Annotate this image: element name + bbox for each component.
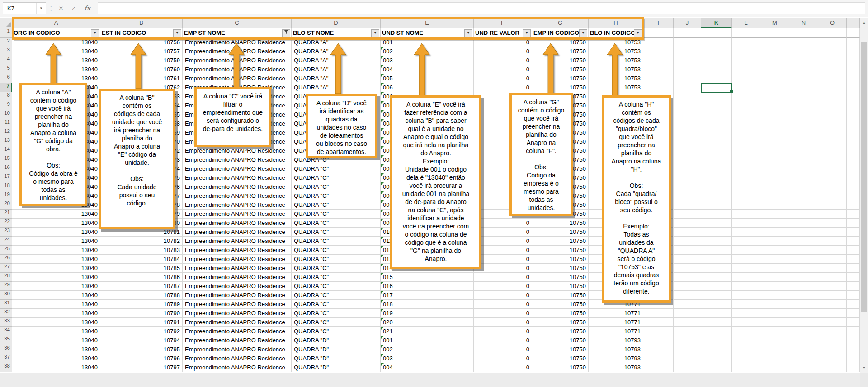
cell-K8[interactable] <box>701 92 732 101</box>
cell-K26[interactable] <box>701 255 732 264</box>
cell-J35[interactable] <box>674 336 701 345</box>
row-header-11[interactable]: 11 <box>0 119 12 128</box>
cell-D20[interactable]: QUADRA "C" <box>292 200 381 210</box>
row-header-18[interactable]: 18 <box>0 182 12 191</box>
cell-L19[interactable] <box>732 191 760 200</box>
cell-M38[interactable] <box>760 363 789 372</box>
cell-D21[interactable]: QUADRA "C" <box>292 210 381 219</box>
cell-G33[interactable]: 10750 <box>532 318 589 327</box>
cell-O3[interactable] <box>818 47 847 56</box>
cell-N27[interactable] <box>789 264 818 273</box>
cell-L5[interactable] <box>732 65 760 74</box>
cell-N2[interactable] <box>789 38 818 47</box>
row-header-28[interactable]: 28 <box>0 273 12 282</box>
cell-F28[interactable]: 0 <box>474 273 532 282</box>
cell-D27[interactable]: QUADRA "C" <box>292 264 381 273</box>
cell-B31[interactable]: 10789 <box>100 300 183 309</box>
cell-N36[interactable] <box>789 345 818 354</box>
cell-F37[interactable]: 0 <box>474 354 532 363</box>
row-header-3[interactable]: 3 <box>0 47 12 56</box>
cell-D23[interactable]: QUADRA "C" <box>292 228 381 237</box>
annotation-box-column-c[interactable]: A coluna "C" você irá filtrar o empreend… <box>194 87 271 147</box>
cell-D33[interactable]: QUADRA "C" <box>292 318 381 327</box>
cell-A32[interactable]: 13040 <box>12 309 100 318</box>
cell-C22[interactable]: Empreendimento ANAPRO Residence <box>183 219 292 228</box>
cell-overflow[interactable] <box>847 264 860 273</box>
cell-overflow[interactable] <box>847 182 860 191</box>
cell-N33[interactable] <box>789 318 818 327</box>
cell-K29[interactable] <box>701 282 732 291</box>
cell-J18[interactable] <box>674 182 701 191</box>
annotation-arrow-column-a-icon[interactable] <box>44 43 62 83</box>
cell-L31[interactable] <box>732 300 760 309</box>
cell-L38[interactable] <box>732 363 760 372</box>
cell-overflow[interactable] <box>847 200 860 210</box>
cell-N4[interactable] <box>789 56 818 65</box>
cell-F31[interactable]: 0 <box>474 300 532 309</box>
cell-J25[interactable] <box>674 246 701 255</box>
cell-I34[interactable] <box>643 327 674 336</box>
cell-F22[interactable]: 0 <box>474 219 532 228</box>
cell-B37[interactable]: 10796 <box>100 354 183 363</box>
annotation-arrow-column-g-icon[interactable] <box>542 43 560 93</box>
cell-E33[interactable]: 020 <box>381 318 474 327</box>
cell-L7[interactable] <box>732 83 760 92</box>
cell-L37[interactable] <box>732 354 760 363</box>
header-cell-empty[interactable] <box>789 28 818 38</box>
annotation-arrow-column-d-icon[interactable] <box>329 43 347 94</box>
cell-M7[interactable] <box>760 83 789 92</box>
cell-C33[interactable]: Empreendimento ANAPRO Residence <box>183 318 292 327</box>
cell-O27[interactable] <box>818 264 847 273</box>
cell-C36[interactable]: Empreendimento ANAPRO Residence <box>183 345 292 354</box>
cell-O28[interactable] <box>818 273 847 282</box>
cell-F38[interactable]: 0 <box>474 363 532 372</box>
cell-L36[interactable] <box>732 345 760 354</box>
cell-overflow[interactable] <box>847 119 860 128</box>
cell-O26[interactable] <box>818 255 847 264</box>
cell-A27[interactable]: 13040 <box>12 264 100 273</box>
cell-I7[interactable] <box>643 83 674 92</box>
cell-A22[interactable]: 13040 <box>12 219 100 228</box>
cell-O6[interactable] <box>818 74 847 83</box>
cell-N16[interactable] <box>789 164 818 173</box>
cell-C37[interactable]: Empreendimento ANAPRO Residence <box>183 354 292 363</box>
cell-K37[interactable] <box>701 354 732 363</box>
cell-L32[interactable] <box>732 309 760 318</box>
cell-G34[interactable]: 10750 <box>532 327 589 336</box>
cell-O25[interactable] <box>818 246 847 255</box>
cell-G5[interactable]: 10750 <box>532 65 589 74</box>
cell-overflow[interactable] <box>847 65 860 74</box>
column-header-L[interactable]: L <box>732 18 760 28</box>
cell-M33[interactable] <box>760 318 789 327</box>
column-header-overflow[interactable] <box>847 18 860 28</box>
cell-overflow[interactable] <box>847 38 860 47</box>
cell-O33[interactable] <box>818 318 847 327</box>
cell-C23[interactable]: Empreendimento ANAPRO Residence <box>183 228 292 237</box>
cell-L18[interactable] <box>732 182 760 191</box>
cell-N11[interactable] <box>789 119 818 128</box>
cell-A36[interactable]: 13040 <box>12 345 100 354</box>
cell-J32[interactable] <box>674 309 701 318</box>
cell-O11[interactable] <box>818 119 847 128</box>
cell-overflow[interactable] <box>847 309 860 318</box>
cell-B25[interactable]: 10783 <box>100 246 183 255</box>
cell-C14[interactable]: Empreendimento ANAPRO Residence <box>183 146 292 155</box>
cell-M3[interactable] <box>760 47 789 56</box>
cell-J31[interactable] <box>674 300 701 309</box>
cell-overflow[interactable] <box>847 110 860 119</box>
cell-J37[interactable] <box>674 354 701 363</box>
cell-L9[interactable] <box>732 101 760 110</box>
annotation-box-column-b[interactable]: A coluna "B" contém os códigos de cada u… <box>99 89 175 229</box>
cell-N9[interactable] <box>789 101 818 110</box>
cell-O4[interactable] <box>818 56 847 65</box>
cell-M37[interactable] <box>760 354 789 363</box>
cell-J21[interactable] <box>674 210 701 219</box>
cell-overflow[interactable] <box>847 155 860 164</box>
cell-N24[interactable] <box>789 237 818 246</box>
cell-E29[interactable]: 016 <box>381 282 474 291</box>
cell-N17[interactable] <box>789 173 818 182</box>
cell-N26[interactable] <box>789 255 818 264</box>
cell-O36[interactable] <box>818 345 847 354</box>
cell-L34[interactable] <box>732 327 760 336</box>
cell-A37[interactable]: 13040 <box>12 354 100 363</box>
